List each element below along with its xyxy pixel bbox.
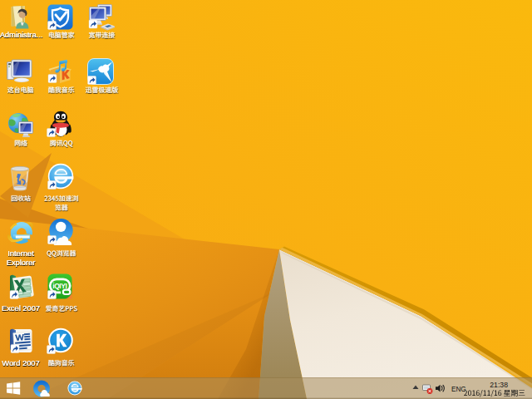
svg-text:21:38: 21:38 — [490, 381, 508, 389]
svg-text:Administra...: Administra... — [0, 31, 42, 39]
svg-text:Word 2007: Word 2007 — [2, 359, 39, 367]
svg-text:Explorer: Explorer — [7, 259, 36, 267]
svg-text:ENG: ENG — [451, 386, 466, 393]
svg-text:iQIYI: iQIYI — [52, 282, 66, 290]
svg-text:Internet: Internet — [7, 249, 34, 258]
svg-text:Excel 2007: Excel 2007 — [2, 304, 40, 313]
